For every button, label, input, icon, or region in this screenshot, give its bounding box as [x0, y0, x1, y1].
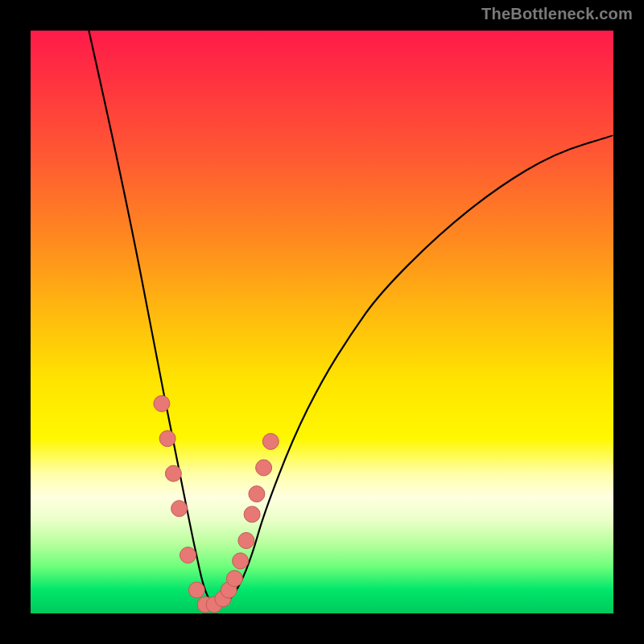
watermark-text: TheBottleneck.com	[481, 5, 633, 23]
highlight-dots-group	[154, 395, 279, 613]
chart-plot-area	[31, 31, 613, 613]
highlight-dot	[171, 501, 188, 517]
chart-svg	[31, 31, 613, 613]
highlight-dot	[262, 433, 279, 449]
chart-frame: TheBottleneck.com	[0, 0, 644, 644]
highlight-dot	[159, 431, 175, 447]
highlight-dot	[226, 571, 242, 587]
highlight-dot	[244, 506, 260, 522]
highlight-dot	[238, 533, 254, 549]
bottleneck-curve-path	[89, 31, 613, 605]
highlight-dot	[188, 582, 204, 598]
highlight-dot	[165, 465, 181, 481]
highlight-dot	[256, 460, 272, 476]
highlight-dot	[233, 553, 249, 569]
highlight-dot	[180, 547, 196, 564]
highlight-dot	[154, 395, 170, 411]
highlight-dot	[249, 486, 265, 502]
